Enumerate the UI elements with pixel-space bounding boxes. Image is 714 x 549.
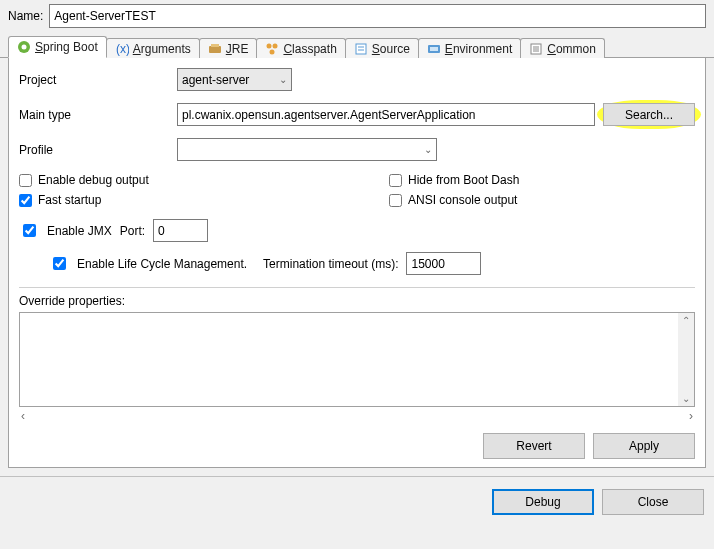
classpath-icon: [265, 42, 279, 56]
chevron-down-icon: ⌄: [279, 74, 287, 85]
scroll-down-icon: ⌄: [682, 391, 690, 406]
tab-spring-boot[interactable]: Spring Boot: [8, 36, 107, 58]
environment-icon: [427, 42, 441, 56]
svg-point-5: [267, 43, 272, 48]
profile-label: Profile: [19, 143, 169, 157]
vertical-scrollbar[interactable]: ⌃ ⌄: [678, 313, 694, 406]
enable-jmx-checkbox[interactable]: [23, 224, 36, 237]
enable-lcm-label: Enable Life Cycle Management.: [77, 257, 247, 271]
spring-boot-icon: [17, 40, 31, 54]
tab-source[interactable]: Source: [345, 38, 419, 58]
separator: [19, 287, 695, 288]
svg-point-7: [270, 49, 275, 54]
ansi-console-checkbox[interactable]: [389, 194, 402, 207]
source-icon: [354, 42, 368, 56]
ansi-console-label: ANSI console output: [408, 193, 517, 207]
scroll-left-icon: ‹: [21, 409, 25, 423]
scroll-up-icon: ⌃: [682, 313, 690, 328]
tab-label: Classpath: [283, 42, 336, 56]
tab-common[interactable]: Common: [520, 38, 605, 58]
apply-button[interactable]: Apply: [593, 433, 695, 459]
termination-timeout-label: Termination timeout (ms):: [263, 257, 398, 271]
tab-jre[interactable]: JRE: [199, 38, 258, 58]
enable-debug-checkbox[interactable]: [19, 174, 32, 187]
main-type-input[interactable]: [177, 103, 595, 126]
revert-label: Revert: [516, 439, 551, 453]
tab-label: Common: [547, 42, 596, 56]
enable-lcm-checkbox[interactable]: [53, 257, 66, 270]
fast-startup-label: Fast startup: [38, 193, 101, 207]
svg-point-6: [273, 43, 278, 48]
arguments-icon: (x)=: [115, 42, 129, 56]
scroll-right-icon: ›: [689, 409, 693, 423]
search-button[interactable]: Search...: [603, 103, 695, 126]
horizontal-scrollbar[interactable]: ‹ ›: [19, 409, 695, 423]
tab-label: Source: [372, 42, 410, 56]
tab-bar: Spring Boot (x)= Arguments JRE Classpath…: [0, 36, 714, 58]
name-label: Name:: [8, 9, 43, 23]
svg-rect-3: [209, 46, 221, 53]
tab-classpath[interactable]: Classpath: [256, 38, 345, 58]
hide-boot-dash-checkbox[interactable]: [389, 174, 402, 187]
port-label: Port:: [120, 224, 145, 238]
tab-label: Spring Boot: [35, 40, 98, 54]
common-icon: [529, 42, 543, 56]
enable-debug-label: Enable debug output: [38, 173, 149, 187]
apply-label: Apply: [629, 439, 659, 453]
tab-label: Arguments: [133, 42, 191, 56]
project-value: agent-server: [182, 73, 249, 87]
tab-environment[interactable]: Environment: [418, 38, 521, 58]
tab-arguments[interactable]: (x)= Arguments: [106, 38, 200, 58]
svg-rect-8: [356, 44, 366, 54]
override-properties-label: Override properties:: [19, 294, 695, 308]
close-button[interactable]: Close: [602, 489, 704, 515]
jre-icon: [208, 42, 222, 56]
project-label: Project: [19, 73, 169, 87]
tab-label: JRE: [226, 42, 249, 56]
project-select[interactable]: agent-server ⌄: [177, 68, 292, 91]
debug-button[interactable]: Debug: [492, 489, 594, 515]
revert-button[interactable]: Revert: [483, 433, 585, 459]
search-button-label: Search...: [625, 108, 673, 122]
svg-rect-4: [211, 44, 219, 47]
svg-point-1: [22, 45, 27, 50]
override-properties-area-wrap: ⌃ ⌄: [19, 312, 695, 407]
debug-label: Debug: [525, 495, 560, 509]
svg-text:(x)=: (x)=: [116, 42, 129, 56]
close-label: Close: [638, 495, 669, 509]
port-input[interactable]: [153, 219, 208, 242]
spring-boot-panel: Project agent-server ⌄ Main type Search.…: [8, 58, 706, 468]
fast-startup-checkbox[interactable]: [19, 194, 32, 207]
override-properties-textarea[interactable]: [20, 313, 678, 406]
termination-timeout-input[interactable]: [406, 252, 481, 275]
tab-label: Environment: [445, 42, 512, 56]
name-input[interactable]: [49, 4, 706, 28]
hide-boot-dash-label: Hide from Boot Dash: [408, 173, 519, 187]
enable-jmx-label: Enable JMX: [47, 224, 112, 238]
main-type-label: Main type: [19, 108, 169, 122]
profile-select[interactable]: ⌄: [177, 138, 437, 161]
svg-rect-12: [430, 47, 438, 51]
chevron-down-icon: ⌄: [424, 144, 432, 155]
